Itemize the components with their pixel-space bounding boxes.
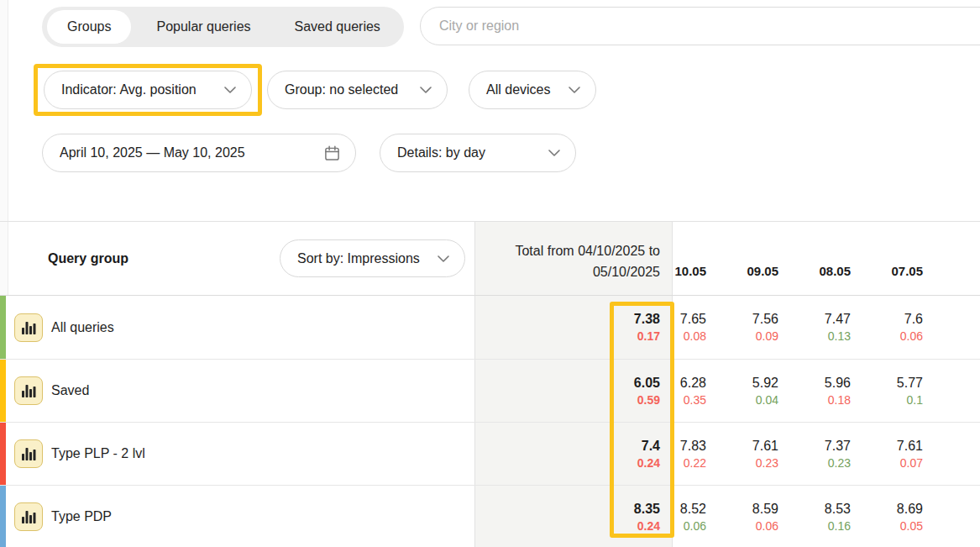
view-tabbar: Groups Popular queries Saved queries xyxy=(42,7,404,47)
table-row: All queries 7.38 0.17 7.650.087.560.097.… xyxy=(0,296,980,359)
query-analytics-page: Groups Popular queries Saved queries Ind… xyxy=(0,0,980,547)
table-body: All queries 7.38 0.17 7.650.087.560.097.… xyxy=(0,296,980,547)
day-cell: 5.960.18 xyxy=(817,360,889,422)
day-delta: 0.06 xyxy=(900,328,923,345)
city-region-field[interactable] xyxy=(420,7,980,45)
table-row: Saved 6.05 0.59 6.280.355.920.045.960.18… xyxy=(0,359,980,422)
day-delta: 0.13 xyxy=(828,328,851,345)
day-value: 5.96 xyxy=(825,374,851,392)
day-cell: 7.560.09 xyxy=(745,296,817,359)
sort-dropdown-label: Sort by: Impressions xyxy=(297,251,420,266)
chevron-down-icon xyxy=(569,87,580,93)
day-cell: 8.690.05 xyxy=(889,486,962,547)
total-delta: 0.24 xyxy=(637,518,660,534)
day-value: 8.53 xyxy=(825,500,851,518)
row-label-cell: Type PLP - 2 lvl xyxy=(0,423,474,485)
total-delta: 0.17 xyxy=(637,328,660,345)
indicator-dropdown-label: Indicator: Avg. position xyxy=(61,82,197,97)
date-range-label: April 10, 2025 — May 10, 2025 xyxy=(60,145,245,160)
tab-groups[interactable]: Groups xyxy=(47,10,131,44)
day-value: 8.59 xyxy=(752,500,778,518)
day-value: 8.52 xyxy=(680,500,706,518)
date-column-title: 08.05 xyxy=(819,264,851,278)
total-column-title: Total from 04/10/2025 to 05/10/2025 xyxy=(475,240,660,282)
day-value: 6.28 xyxy=(680,374,706,392)
total-value: 7.4 xyxy=(642,437,660,455)
day-delta: 0.09 xyxy=(756,328,778,345)
sort-dropdown[interactable]: Sort by: Impressions xyxy=(280,239,465,277)
day-cell: 5.920.04 xyxy=(745,360,817,422)
day-delta: 0.05 xyxy=(900,518,923,534)
header-query-group: Query group Sort by: Impressions xyxy=(0,222,474,295)
table-row: Type PLP - 2 lvl 7.4 0.24 7.830.227.610.… xyxy=(0,422,980,485)
day-cell: 7.610.07 xyxy=(889,423,962,485)
row-color-stripe xyxy=(0,296,6,359)
details-granularity-dropdown[interactable]: Details: by day xyxy=(380,134,576,172)
day-value: 8.69 xyxy=(897,500,923,518)
day-value: 7.83 xyxy=(680,437,706,455)
indicator-dropdown[interactable]: Indicator: Avg. position xyxy=(44,71,252,109)
row-total-cell: 8.35 0.24 xyxy=(474,486,673,547)
header-date-column: 10.05 xyxy=(673,222,745,295)
day-delta: 0.06 xyxy=(756,518,778,534)
day-value: 7.6 xyxy=(904,310,923,328)
total-value: 6.05 xyxy=(634,374,660,392)
row-total-cell: 7.38 0.17 xyxy=(474,296,673,359)
chevron-down-icon xyxy=(224,87,236,93)
day-value: 7.56 xyxy=(752,310,778,328)
bar-chart-icon[interactable] xyxy=(14,313,43,342)
day-delta: 0.16 xyxy=(828,518,851,534)
query-groups-table: Query group Sort by: Impressions Total f… xyxy=(0,221,980,547)
day-cell: 6.280.35 xyxy=(673,360,745,422)
group-dropdown[interactable]: Group: no selected xyxy=(267,71,448,109)
row-label-cell: All queries xyxy=(0,296,474,359)
bar-chart-icon[interactable] xyxy=(14,502,43,531)
day-cell: 7.650.08 xyxy=(673,296,745,359)
row-color-stripe xyxy=(0,423,6,485)
bar-chart-icon[interactable] xyxy=(14,439,43,468)
row-label-cell: Saved xyxy=(0,360,474,422)
day-delta: 0.22 xyxy=(684,455,706,471)
table-row: Type PDP 8.35 0.24 8.520.068.590.068.530… xyxy=(0,485,980,547)
day-value: 7.47 xyxy=(825,310,851,328)
date-column-title: 10.05 xyxy=(674,264,706,278)
day-value: 7.61 xyxy=(897,437,923,455)
row-label-cell: Type PDP xyxy=(0,486,474,547)
row-color-stripe xyxy=(0,360,6,422)
query-group-column-title: Query group xyxy=(48,251,128,266)
devices-dropdown[interactable]: All devices xyxy=(469,71,596,109)
query-group-name[interactable]: Saved xyxy=(51,383,89,398)
total-delta: 0.24 xyxy=(637,455,660,471)
day-value: 7.61 xyxy=(752,437,778,455)
query-group-name[interactable]: Type PLP - 2 lvl xyxy=(51,446,145,461)
group-dropdown-label: Group: no selected xyxy=(285,82,398,97)
devices-dropdown-label: All devices xyxy=(486,82,550,97)
tab-saved-queries[interactable]: Saved queries xyxy=(273,7,402,47)
day-delta: 0.08 xyxy=(684,328,706,345)
day-delta: 0.1 xyxy=(907,392,923,408)
day-delta: 0.35 xyxy=(684,392,706,408)
day-value: 7.37 xyxy=(825,437,851,455)
day-cell: 8.520.06 xyxy=(673,486,745,547)
day-cell: 7.60.06 xyxy=(889,296,962,359)
header-date-column: 07.05 xyxy=(889,222,962,295)
date-column-title: 07.05 xyxy=(891,264,923,278)
tab-popular-queries[interactable]: Popular queries xyxy=(134,7,272,47)
day-delta: 0.23 xyxy=(828,455,851,471)
total-value: 8.35 xyxy=(634,500,660,518)
row-total-cell: 6.05 0.59 xyxy=(474,360,673,422)
bar-chart-icon[interactable] xyxy=(14,376,43,405)
chevron-down-icon xyxy=(420,87,432,93)
query-group-name[interactable]: All queries xyxy=(51,320,114,335)
day-delta: 0.04 xyxy=(756,392,778,408)
day-value: 5.92 xyxy=(752,374,778,392)
table-header-row: Query group Sort by: Impressions Total f… xyxy=(0,222,980,296)
day-value: 5.77 xyxy=(897,374,923,392)
query-group-name[interactable]: Type PDP xyxy=(51,509,112,524)
city-region-input[interactable] xyxy=(439,18,950,34)
header-date-column: 09.05 xyxy=(745,222,817,295)
date-range-picker[interactable]: April 10, 2025 — May 10, 2025 xyxy=(42,134,356,172)
calendar-icon xyxy=(324,145,340,161)
day-cell: 7.370.23 xyxy=(817,423,889,485)
day-cell: 7.610.23 xyxy=(745,423,817,485)
